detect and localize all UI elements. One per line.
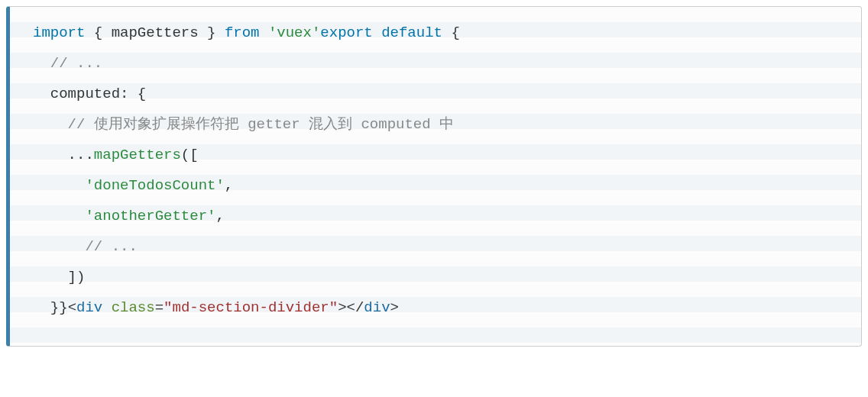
punct: : { — [120, 86, 146, 102]
tag-open: </ — [347, 299, 364, 316]
string: 'doneTodosCount' — [85, 177, 224, 194]
comment: // ... — [50, 55, 102, 72]
comment: // ... — [85, 238, 137, 255]
keyword-import: import — [33, 24, 85, 41]
comment: // 使用对象扩展操作符把 getter 混入到 computed 中 — [68, 116, 454, 133]
line-7: 'anotherGetter', — [33, 208, 225, 224]
line-8: // ... — [33, 238, 138, 255]
line-1: import { mapGetters } from 'vuex'export … — [33, 24, 460, 41]
code-block: import { mapGetters } from 'vuex'export … — [6, 6, 862, 347]
identifier: computed — [50, 86, 120, 102]
line-9: ]) — [33, 269, 85, 286]
line-2: // ... — [33, 55, 102, 72]
punct: { — [85, 24, 111, 41]
identifier: mapGetters — [112, 24, 199, 41]
tag-name: div — [364, 299, 390, 316]
function-call: mapGetters — [94, 147, 181, 163]
string: 'vuex' — [268, 24, 320, 41]
spread: ... — [68, 147, 94, 163]
string: 'anotherGetter' — [85, 208, 215, 224]
line-3: computed: { — [33, 86, 146, 102]
attr-name: class — [112, 299, 155, 316]
keyword-export: export — [320, 24, 372, 41]
tag-open: < — [68, 299, 76, 316]
keyword-from: from — [225, 24, 260, 41]
punct: ]) — [68, 269, 86, 286]
punct: , — [215, 208, 224, 224]
punct: { — [442, 24, 460, 41]
tag-close: > — [390, 299, 399, 316]
line-4: // 使用对象扩展操作符把 getter 混入到 computed 中 — [33, 116, 454, 133]
attr-value: "md-section-divider" — [164, 299, 338, 316]
keyword-default: default — [381, 24, 442, 41]
punct: }} — [50, 299, 68, 316]
line-5: ...mapGetters([ — [33, 147, 199, 163]
punct: } — [199, 24, 225, 41]
line-6: 'doneTodosCount', — [33, 177, 233, 194]
tag-close: > — [338, 299, 346, 316]
punct: , — [225, 177, 233, 194]
line-10: }}<div class="md-section-divider"></div> — [33, 299, 399, 316]
punct: ([ — [181, 147, 199, 163]
tag-name: div — [76, 299, 102, 316]
